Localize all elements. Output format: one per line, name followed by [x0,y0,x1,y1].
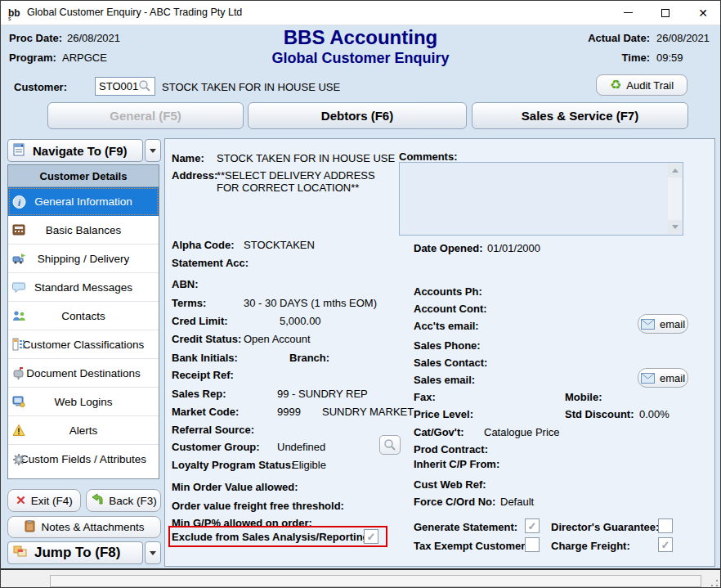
tab-debtors[interactable]: Debtors (F6) [248,102,467,129]
tax-exempt-checkbox[interactable] [525,537,540,552]
jump-to-button[interactable]: Jump To (F8) [7,541,143,564]
scroll-down-icon[interactable] [668,220,682,234]
maximize-icon [661,9,670,17]
info-icon: i [12,195,26,209]
sidebar-item-document-destinations[interactable]: Document Destinations [8,359,159,388]
sales-email-label: Sales email: [414,374,475,386]
sales-rep-label: Sales Rep: [172,388,226,400]
comments-textarea[interactable] [399,162,683,236]
clipboard-icon [24,519,36,535]
sidebar-item-contacts[interactable]: Contacts [8,302,159,330]
loyalty-program-label: Loyalty Program Status: [172,459,294,471]
jump-to-label: Jump To (F8) [34,545,120,561]
terms-label: Terms: [172,297,206,309]
charge-freight-checkbox[interactable]: ✓ [658,537,673,552]
customer-group-search-button[interactable] [379,435,401,455]
calculator-icon [12,223,25,236]
customer-group-value: Undefined [277,441,325,453]
monitor-icon [12,395,25,408]
app-window: bbs Global Customer Enquiry - ABC Tradin… [0,0,721,588]
sidebar-item-customer-classifications[interactable]: Customer Classifications [8,330,159,359]
mobile-label: Mobile: [565,391,602,403]
back-button[interactable]: Back (F3) [86,489,161,512]
credit-status-value: Open Account [244,333,311,345]
name-label: Name: [172,152,204,164]
maximize-button[interactable] [647,1,684,25]
address-line1: **SELECT DELIVERY ADDRESS [217,169,375,182]
exclude-sales-checkbox[interactable]: ✓ [364,529,378,544]
std-discount-label: Std Discount: [565,408,634,420]
loyalty-program-value: Eligible [292,459,326,471]
address-label: Address: [172,169,217,182]
referral-source-label: Referral Source: [172,424,254,436]
recycle-icon: ♻ [610,79,621,92]
actual-date-label: Actual Date: [588,32,650,44]
freight-threshold-label: Order value freight free threshold: [172,500,344,512]
force-cord-value: Default [500,496,534,508]
fax-label: Fax: [414,391,436,403]
navigate-to-button[interactable]: Navigate To (F9) [7,139,143,162]
cat-govt-value: Catalogue Price [484,426,560,438]
notes-attachments-button[interactable]: Notes & Attachments [7,516,161,538]
sidebar-item-label: Contacts [61,310,105,322]
speech-bubble-icon [12,281,26,294]
navigate-icon [13,143,26,159]
chevron-down-icon [150,149,156,153]
sidebar-item-custom-fields-attributes[interactable]: Custom Fields / Attributes [8,445,159,474]
comments-scrollbar[interactable] [668,164,682,234]
sidebar-item-alerts[interactable]: Alerts [8,416,159,445]
actual-date-value: 26/08/2021 [656,32,714,44]
exit-button[interactable]: ✕ Exit (F4) [7,489,81,512]
cred-limit-label: Cred Limit: [172,315,228,327]
close-button[interactable]: ✕ [684,1,721,25]
accounts-ph-label: Accounts Ph: [414,285,482,298]
navigate-dropdown-button[interactable] [145,139,161,162]
market-code-value: 9999 [277,406,301,418]
sidebar-item-general-information[interactable]: i General Information [8,187,159,216]
sidebar-item-label: Web Logins [54,396,112,408]
market-code-label: Market Code: [172,406,239,418]
exit-label: Exit (F4) [31,495,73,507]
envelope-icon [641,373,655,384]
time-value: 09:59 [656,52,714,64]
sidebar-item-label: Basic Balances [46,224,121,236]
exit-icon: ✕ [16,493,26,508]
status-bar [1,568,720,588]
comments-label: Comments: [399,150,458,163]
sidebar-item-label: Custom Fields / Attributes [20,453,146,465]
sales-rep-value: 99 - SUNDRY REP [277,388,368,400]
bank-initials-label: Bank Initials: [172,352,238,364]
sidebar-item-standard-messages[interactable]: Standard Messages [8,273,159,302]
envelope-icon [641,319,655,330]
sidebar-item-shipping-delivery[interactable]: Shipping / Delivery [8,245,159,273]
sidebar-item-basic-balances[interactable]: Basic Balances [8,216,159,245]
generate-statement-checkbox[interactable]: ✓ [525,518,540,533]
jump-to-dropdown-button[interactable] [145,541,161,564]
header-right: Actual Date: 26/08/2021 Time: 09:59 [588,32,714,64]
minimize-icon [624,12,633,13]
cat-govt-label: Cat/Gov't: [414,426,464,438]
resize-grip[interactable] [711,580,718,586]
accts-email-button[interactable]: email [638,314,688,334]
account-cont-label: Account Cont: [414,303,487,315]
svg-text:s: s [8,16,11,21]
search-icon [383,438,396,451]
sidebar-item-web-logins[interactable]: Web Logins [8,388,159,416]
sales-email-button[interactable]: email [638,368,688,388]
price-level-label: Price Level: [414,408,473,420]
market-code-desc: SUNDRY MARKET [322,406,414,418]
accts-email-label: Acc'ts email: [414,320,479,332]
time-label: Time: [588,52,650,64]
scroll-up-icon[interactable] [668,164,682,177]
min-order-value-label: Min Order Value allowed: [172,481,298,493]
customer-search-icon[interactable] [138,79,151,95]
audit-trail-button[interactable]: ♻ Audit Trail [596,74,687,96]
branch-label: Branch: [289,352,329,364]
window-title: Global Customer Enquiry - ABC Trading Pt… [27,7,242,18]
tab-sales-service[interactable]: Sales & Service (F7) [472,102,688,129]
directors-guarantee-checkbox[interactable] [658,518,673,533]
std-discount-value: 0.00% [639,408,670,420]
prod-contract-label: Prod Contract: [414,443,488,456]
navigate-to-label: Navigate To (F9) [33,144,128,158]
minimize-button[interactable] [609,1,647,25]
